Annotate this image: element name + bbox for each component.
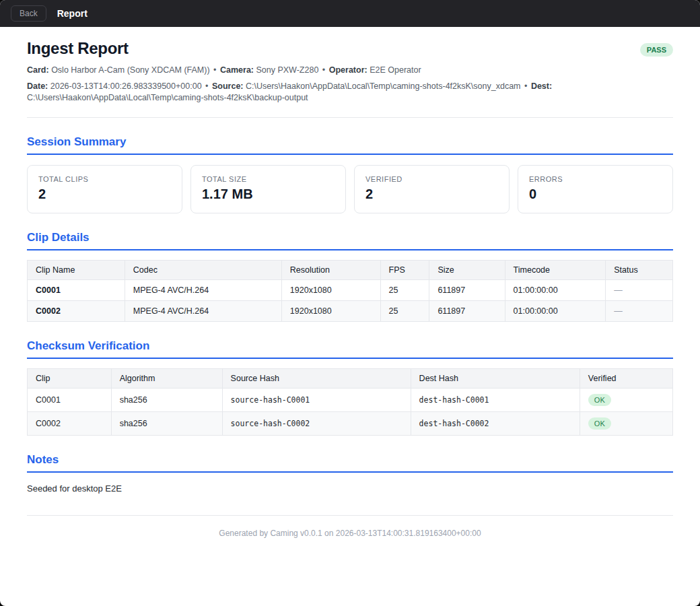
meta-line-card: Card: Oslo Harbor A-Cam (Sony XDCAM (FAM… [27, 65, 640, 76]
date-value: 2026-03-13T14:00:26.983339500+00:00 [50, 81, 202, 91]
codec-cell: MPEG-4 AVC/H.264 [125, 280, 281, 301]
verified-cell: OK [580, 412, 672, 436]
report-window: Back Report Ingest Report Card: Oslo Har… [0, 0, 700, 606]
checksum-verification-heading: Checksum Verification [27, 339, 673, 359]
section-session-summary: Session Summary Total Clips 2 Total Size… [27, 135, 673, 213]
col-verified: Verified [580, 369, 672, 389]
table-row: C0001 MPEG-4 AVC/H.264 1920x1080 25 6118… [28, 280, 673, 301]
status-cell: — [606, 301, 673, 322]
bullet-separator: • [523, 81, 528, 91]
resolution-cell: 1920x1080 [281, 301, 380, 322]
card-value: 2 [38, 187, 171, 202]
card-verified: Verified 2 [354, 165, 510, 213]
summary-cards: Total Clips 2 Total Size 1.17 MB Verifie… [27, 165, 673, 213]
clip-cell: C0001 [28, 389, 112, 412]
camera-label: Camera: [220, 65, 254, 75]
clip-cell: C0002 [28, 412, 112, 436]
dest-hash-cell: dest-hash-C0002 [411, 412, 580, 436]
operator-label: Operator: [329, 65, 368, 75]
col-fps: FPS [380, 261, 429, 280]
topbar-title: Report [57, 8, 88, 19]
table-header-row: Clip Name Codec Resolution FPS Size Time… [28, 261, 673, 280]
table-header-row: Clip Algorithm Source Hash Dest Hash Ver… [28, 369, 673, 389]
source-hash-cell: source-hash-C0001 [222, 389, 411, 412]
report-header-left: Ingest Report Card: Oslo Harbor A-Cam (S… [27, 39, 640, 104]
card-value: 1.17 MB [202, 187, 335, 202]
col-status: Status [606, 261, 673, 280]
col-clip-name: Clip Name [28, 261, 125, 280]
card-label: Total Size [202, 175, 335, 183]
card-errors: Errors 0 [518, 165, 673, 213]
col-resolution: Resolution [281, 261, 380, 280]
source-hash-cell: source-hash-C0002 [222, 412, 411, 436]
clip-details-heading: Clip Details [27, 231, 673, 250]
section-checksum-verification: Checksum Verification Clip Algorithm Sou… [27, 339, 673, 436]
status-cell: — [606, 280, 673, 301]
meta-line-date: Date: 2026-03-13T14:00:26.983339500+00:0… [27, 81, 640, 104]
verified-cell: OK [580, 389, 672, 412]
col-source-hash: Source Hash [222, 369, 411, 389]
section-clip-details: Clip Details Clip Name Codec Resolution … [27, 231, 673, 322]
timecode-cell: 01:00:00:00 [505, 301, 606, 322]
col-clip: Clip [28, 369, 112, 389]
dest-label: Dest: [531, 81, 552, 91]
report-header: Ingest Report Card: Oslo Harbor A-Cam (S… [27, 39, 673, 104]
resolution-cell: 1920x1080 [281, 280, 380, 301]
clip-name-cell: C0002 [28, 301, 125, 322]
checksum-table: Clip Algorithm Source Hash Dest Hash Ver… [27, 368, 673, 436]
dest-hash-cell: dest-hash-C0001 [411, 389, 580, 412]
card-value: 0 [529, 187, 662, 202]
table-row: C0001 sha256 source-hash-C0001 dest-hash… [28, 389, 673, 412]
col-dest-hash: Dest Hash [411, 369, 580, 389]
footer-generated-text: Generated by Caming v0.0.1 on 2026-03-13… [27, 529, 673, 538]
card-label: Errors [529, 175, 662, 183]
codec-cell: MPEG-4 AVC/H.264 [125, 301, 281, 322]
bullet-separator: • [321, 65, 326, 75]
dest-value: C:\Users\Haakon\AppData\Local\Temp\camin… [27, 93, 308, 102]
card-total-size: Total Size 1.17 MB [190, 165, 346, 213]
card-label: Card: [27, 65, 49, 75]
size-cell: 611897 [429, 280, 505, 301]
report-content: Ingest Report Card: Oslo Harbor A-Cam (S… [0, 27, 700, 606]
card-total-clips: Total Clips 2 [27, 165, 182, 213]
topbar: Back Report [0, 0, 700, 27]
section-notes: Notes Seeded for desktop E2E [27, 453, 673, 494]
fps-cell: 25 [380, 301, 429, 322]
card-label: Total Clips [38, 175, 171, 183]
notes-heading: Notes [27, 453, 673, 473]
table-row: C0002 MPEG-4 AVC/H.264 1920x1080 25 6118… [28, 301, 673, 322]
col-algorithm: Algorithm [111, 369, 222, 389]
verified-ok-badge: OK [588, 417, 611, 430]
footer-divider [27, 515, 673, 516]
camera-value: Sony PXW-Z280 [256, 65, 318, 75]
source-label: Source: [212, 81, 244, 91]
col-timecode: Timecode [505, 261, 606, 280]
table-row: C0002 sha256 source-hash-C0002 dest-hash… [28, 412, 673, 436]
session-summary-heading: Session Summary [27, 135, 673, 155]
notes-text: Seeded for desktop E2E [27, 483, 673, 494]
timecode-cell: 01:00:00:00 [505, 280, 606, 301]
clip-name-cell: C0001 [28, 280, 125, 301]
date-label: Date: [27, 81, 48, 91]
algorithm-cell: sha256 [111, 389, 222, 412]
verified-ok-badge: OK [588, 394, 611, 406]
source-value: C:\Users\Haakon\AppData\Local\Temp\camin… [246, 81, 521, 91]
header-divider [27, 117, 673, 118]
col-size: Size [429, 261, 505, 280]
col-codec: Codec [125, 261, 281, 280]
clip-details-table: Clip Name Codec Resolution FPS Size Time… [27, 260, 673, 322]
page-title: Ingest Report [27, 39, 640, 58]
back-button[interactable]: Back [11, 5, 46, 22]
fps-cell: 25 [380, 280, 429, 301]
bullet-separator: • [204, 81, 209, 91]
size-cell: 611897 [429, 301, 505, 322]
card-value: 2 [365, 187, 498, 202]
card-value: Oslo Harbor A-Cam (Sony XDCAM (FAM)) [51, 65, 209, 75]
operator-value: E2E Operator [370, 65, 421, 75]
algorithm-cell: sha256 [111, 412, 222, 436]
bullet-separator: • [212, 65, 217, 75]
status-badge-pass: PASS [640, 43, 673, 57]
card-label: Verified [365, 175, 498, 183]
